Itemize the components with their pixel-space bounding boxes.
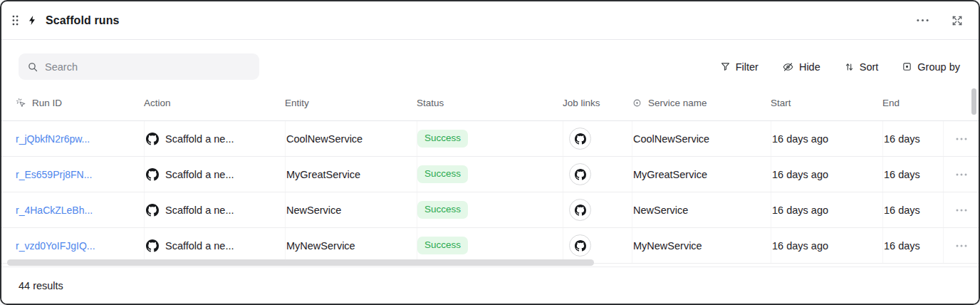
row-actions-cell [943,228,979,263]
filter-button[interactable]: Filter [720,61,759,73]
end-cell: 16 days [882,192,943,227]
search-input[interactable] [45,61,251,73]
github-icon [146,133,159,145]
run-id-link[interactable]: r_jQbkfN2r6pw... [16,133,90,145]
hide-label: Hide [799,61,820,73]
entity-cell: NewService [285,192,417,227]
column-label: Job links [563,98,600,108]
widget-footer: 44 results [1,267,979,304]
run-id-link[interactable]: r_Es659Prj8FN... [16,169,92,180]
start-label: 16 days ago [772,240,828,252]
scaffold-runs-widget: Scaffold runs [0,0,980,305]
widget-more-button[interactable] [915,17,930,24]
results-count: 44 results [19,280,63,291]
row-more-button[interactable] [953,242,970,250]
entity-label: MyNewService [286,240,355,252]
entity-label: NewService [286,205,341,216]
status-cell: Success [417,228,563,263]
filter-label: Filter [736,61,759,73]
service-name-cell: CoolNewService [632,121,771,156]
status-badge: Success [417,237,468,254]
job-links-cell [563,228,632,263]
entity-cell: MyGreatService [285,157,417,192]
eye-off-icon [782,61,794,73]
start-cell: 16 days ago [771,121,882,156]
group-by-button[interactable]: Group by [902,61,960,73]
end-label: 16 days [884,133,920,145]
end-label: 16 days [884,205,920,216]
table-header: Run ID Action Entity Status Job links Se… [1,86,979,121]
group-by-icon [902,61,912,72]
table-row: r_vzd0YoIFJgIQ... Scaffold a ne... MyNew… [1,228,979,264]
group-by-label: Group by [917,61,960,73]
column-header-action[interactable]: Action [144,98,285,108]
column-header-job-links[interactable]: Job links [563,98,632,108]
job-link-github-icon[interactable] [569,128,591,150]
action-cell: Scaffold a ne... [144,228,285,263]
status-badge: Success [417,130,468,148]
job-links-cell [563,192,632,227]
end-cell: 16 days [882,228,943,263]
github-icon [146,168,159,181]
entity-label: MyGreatService [286,169,360,180]
action-label: Scaffold a ne... [165,133,234,145]
table-row: r_jQbkfN2r6pw... Scaffold a ne... CoolNe… [1,121,979,157]
sort-button[interactable]: Sort [844,61,879,73]
search-box [19,53,259,80]
action-label: Scaffold a ne... [165,169,234,180]
row-more-button[interactable] [953,135,970,143]
widget-title: Scaffold runs [46,14,120,27]
horizontal-scrollbar-thumb[interactable] [7,259,594,266]
column-header-status[interactable]: Status [417,98,563,108]
github-icon [146,204,159,217]
column-header-service-name[interactable]: Service name [632,98,771,108]
expand-icon[interactable] [950,14,964,28]
header-actions [915,14,964,28]
service-name-label: NewService [633,205,688,216]
column-label: Entity [285,98,309,108]
service-name-label: MyGreatService [633,169,707,180]
column-header-start[interactable]: Start [771,98,882,108]
action-cell: Scaffold a ne... [144,157,285,192]
vertical-scrollbar-thumb[interactable] [971,88,976,115]
job-link-github-icon[interactable] [569,199,591,221]
column-label: End [882,98,900,108]
toolbar: Filter Hide Sort [1,40,979,86]
github-icon [146,239,159,252]
hide-button[interactable]: Hide [782,61,820,73]
start-cell: 16 days ago [771,157,882,192]
run-id-cell: r_Es659Prj8FN... [16,169,144,180]
job-link-github-icon[interactable] [569,163,591,185]
column-header-run-id[interactable]: Run ID [16,98,144,108]
column-label: Run ID [32,98,62,108]
row-more-button[interactable] [953,170,970,179]
table-body: r_jQbkfN2r6pw... Scaffold a ne... CoolNe… [1,121,979,264]
start-label: 16 days ago [772,205,828,216]
column-label: Status [417,98,444,108]
job-link-github-icon[interactable] [569,234,591,257]
sort-arrows-icon [844,61,855,73]
start-label: 16 days ago [772,133,828,145]
service-name-cell: MyGreatService [632,157,771,192]
table-row: r_4HaCkZLeBh... Scaffold a ne... NewServ… [1,192,979,228]
action-label: Scaffold a ne... [165,205,234,216]
cursor-click-icon [16,98,26,108]
action-cell: Scaffold a ne... [144,121,285,156]
status-cell: Success [417,192,563,227]
drag-handle-icon[interactable] [11,14,19,26]
start-cell: 16 days ago [771,228,882,263]
entity-label: CoolNewService [286,133,363,145]
column-header-end[interactable]: End [882,98,943,108]
status-cell: Success [417,157,563,192]
run-id-link[interactable]: r_vzd0YoIFJgIQ... [16,240,95,252]
column-header-entity[interactable]: Entity [285,98,417,108]
run-id-cell: r_vzd0YoIFJgIQ... [16,240,144,252]
service-name-cell: NewService [632,192,771,227]
column-label: Service name [648,98,707,108]
start-label: 16 days ago [772,169,828,180]
end-cell: 16 days [882,157,943,192]
row-more-button[interactable] [953,206,970,214]
row-actions-cell [943,157,979,192]
run-id-link[interactable]: r_4HaCkZLeBh... [16,205,93,216]
start-cell: 16 days ago [771,192,882,227]
